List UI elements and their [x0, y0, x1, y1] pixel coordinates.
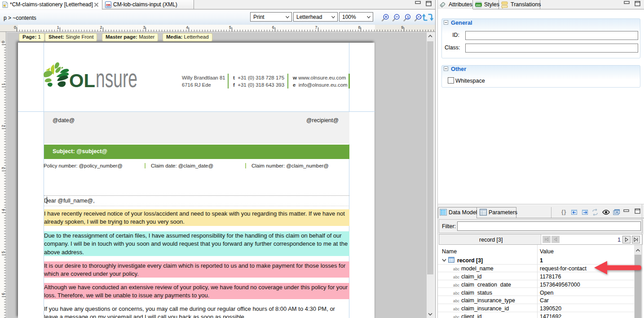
svg-text:OL: OL [69, 70, 95, 90]
svg-text:css: css [476, 4, 481, 6]
svg-text:1: 1 [407, 15, 409, 19]
svg-text:XML: XML [106, 4, 111, 6]
svg-text:nsure: nsure [96, 67, 137, 90]
